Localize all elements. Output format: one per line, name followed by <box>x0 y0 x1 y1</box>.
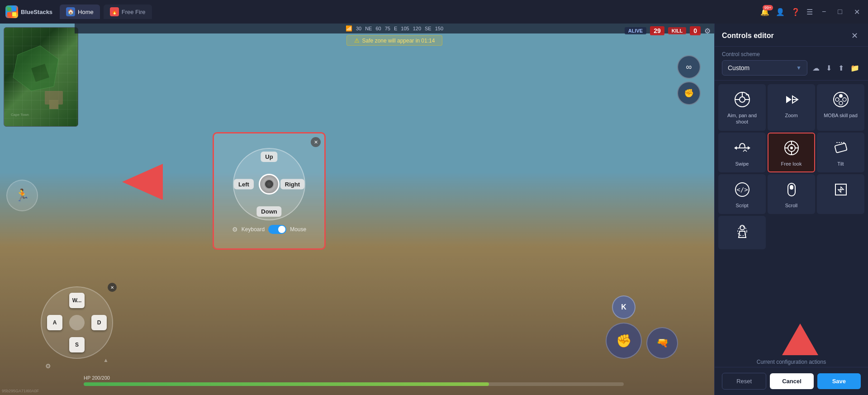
control-item-script[interactable]: </> Script <box>718 174 766 214</box>
dropdown-arrow-icon: ▼ <box>796 65 802 71</box>
dpad-inner <box>259 174 280 195</box>
cancel-button[interactable]: Cancel <box>770 373 813 389</box>
dpad-dot <box>264 179 274 189</box>
control-item-moba[interactable]: MOBA skill pad <box>817 84 864 131</box>
svg-rect-0 <box>7 7 11 11</box>
key-k-button[interactable]: K <box>612 295 636 319</box>
control-item-scroll[interactable]: Scroll <box>768 174 815 214</box>
cloud-icon[interactable]: ☁ <box>811 62 821 74</box>
control-item-zoom[interactable]: Zoom <box>768 84 815 131</box>
action-buttons-area: K ✊ 🔫 <box>606 295 678 359</box>
notification-button[interactable]: 🔔 99+ <box>760 8 769 16</box>
control-item-free-look[interactable]: Free look <box>768 133 815 172</box>
freefire-tab[interactable]: 🔥 Free Fire <box>104 5 152 19</box>
folder-icon[interactable]: 📁 <box>849 62 861 74</box>
wasd-control: ✕ W... A S D ⚙ ▲ <box>41 286 113 359</box>
compass-bar: 📶 30 NE 60 75 E 105 120 SE 150 <box>75 24 714 33</box>
controls-grid: Aim, pan and shoot Zoom <box>715 81 868 353</box>
keyboard-mouse-toggle[interactable] <box>268 225 286 234</box>
compass-se: SE <box>425 26 432 31</box>
key-w[interactable]: W... <box>69 293 85 308</box>
expand-icon <box>831 180 851 200</box>
control-item-expand[interactable] <box>817 174 864 214</box>
maximize-button[interactable]: □ <box>835 7 845 17</box>
crosshair-icon <box>732 221 752 241</box>
popup-keyboard-mouse-row: ⚙ Keyboard Mouse <box>232 225 306 234</box>
sidebar-header: Controls editor ✕ <box>715 24 868 47</box>
toggle-knob <box>278 226 285 233</box>
svg-rect-3 <box>12 12 16 16</box>
compass-number: 30 <box>356 26 361 31</box>
alive-count: 29 <box>650 26 664 35</box>
popup-settings-icon: ⚙ <box>232 226 238 233</box>
wasd-settings-icon[interactable]: ⚙ <box>45 362 51 370</box>
svg-text:</>: </> <box>736 186 748 193</box>
dpad-container: Up Down Left Right <box>233 148 305 220</box>
controls-sidebar: Controls editor ✕ Control scheme Custom … <box>714 24 868 395</box>
bluestacks-logo-area: BlueStacks <box>5 5 52 18</box>
scheme-row: Custom ▼ ☁ ⬇ ⬆ 📁 <box>722 60 861 76</box>
dpad-up-label: Up <box>261 152 277 162</box>
svg-point-19 <box>835 98 839 101</box>
run-button[interactable]: 🏃 <box>6 180 38 211</box>
help-icon[interactable]: ❓ <box>791 8 800 16</box>
account-icon[interactable]: 👤 <box>776 8 785 16</box>
dpad-down-label: Down <box>256 206 281 217</box>
popup-mouse-label: Mouse <box>290 226 306 233</box>
control-scheme-section: Control scheme Custom ▼ ☁ ⬇ ⬆ 📁 <box>715 47 868 81</box>
svg-point-46 <box>740 225 745 230</box>
control-item-crosshair[interactable] <box>718 216 766 249</box>
svg-point-17 <box>843 98 846 101</box>
freelook-popup: ✕ Up Down Left Right ⚙ Keyboard Mouse <box>213 132 326 250</box>
popup-close-button[interactable]: ✕ <box>311 137 321 147</box>
close-button[interactable]: ✕ <box>851 7 863 17</box>
wasd-close-button[interactable]: ✕ <box>108 283 117 292</box>
tilt-label: Tilt <box>837 161 844 167</box>
wifi-icon: 📶 <box>346 25 352 32</box>
compass-120: 120 <box>413 26 421 31</box>
key-s[interactable]: S <box>69 337 85 352</box>
popup-keyboard-label: Keyboard <box>242 226 265 233</box>
key-d[interactable]: D <box>91 315 107 330</box>
script-label: Script <box>735 202 748 209</box>
svg-point-10 <box>740 97 745 102</box>
key-a[interactable]: A <box>47 315 62 330</box>
download-icon[interactable]: ⬇ <box>825 62 833 74</box>
gun-action-button[interactable]: 🔫 <box>646 327 678 359</box>
dpad-left-label: Left <box>234 179 254 190</box>
wasd-arrow: ▲ <box>103 357 109 363</box>
red-arrow-up-container <box>715 353 868 355</box>
scheme-dropdown[interactable]: Custom ▼ <box>722 60 807 76</box>
moba-icon <box>831 90 851 109</box>
compass-150: 150 <box>435 26 443 31</box>
svg-marker-45 <box>838 187 844 192</box>
svg-rect-30 <box>835 143 847 153</box>
menu-icon[interactable]: ☰ <box>806 8 813 16</box>
hud-mid-right: ∞ ✊ <box>677 55 701 105</box>
svg-rect-7 <box>49 100 58 109</box>
warning-icon: ⚠ <box>354 37 360 44</box>
compass-60: 60 <box>375 26 381 31</box>
minimize-button[interactable]: − <box>819 7 829 17</box>
sidebar-close-button[interactable]: ✕ <box>849 30 861 42</box>
current-config-label: Current configuration actions <box>715 355 868 367</box>
sidebar-bottom-actions: Reset Cancel Save <box>715 367 868 395</box>
home-tab[interactable]: 🏠 Home <box>60 5 100 19</box>
hud-settings-icon[interactable]: ⚙ <box>704 27 711 35</box>
reset-button[interactable]: Reset <box>722 373 766 390</box>
control-item-swipe[interactable]: Swipe <box>718 133 766 172</box>
compass-75: 75 <box>385 26 390 31</box>
control-item-tilt[interactable]: Tilt <box>817 133 864 172</box>
bluestacks-logo <box>5 5 18 18</box>
upload-icon[interactable]: ⬆ <box>837 62 845 74</box>
scheme-value: Custom <box>728 64 749 71</box>
fist-button[interactable]: ✊ <box>677 81 701 105</box>
fist-action-button[interactable]: ✊ <box>606 323 642 359</box>
wasd-center <box>69 315 85 330</box>
infinity-button[interactable]: ∞ <box>677 55 701 79</box>
svg-point-18 <box>839 101 843 105</box>
svg-marker-22 <box>748 146 750 150</box>
save-button[interactable]: Save <box>817 373 861 389</box>
notification-count: 99+ <box>763 5 773 10</box>
control-item-aim-pan-shoot[interactable]: Aim, pan and shoot <box>718 84 766 131</box>
